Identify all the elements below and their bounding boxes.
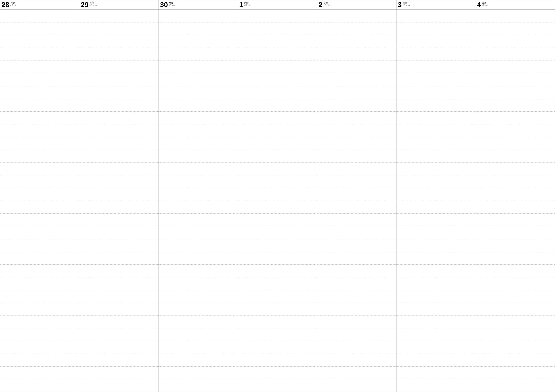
time-line[interactable] (80, 175, 159, 188)
time-line[interactable] (80, 226, 159, 239)
time-line[interactable] (476, 354, 555, 367)
time-line[interactable] (80, 328, 159, 341)
time-line[interactable] (238, 354, 317, 367)
time-line[interactable] (159, 201, 238, 214)
time-line[interactable] (317, 290, 396, 303)
time-line[interactable] (396, 22, 475, 35)
time-line[interactable] (476, 112, 555, 124)
time-line[interactable] (396, 379, 475, 392)
time-line[interactable] (0, 328, 79, 341)
time-line[interactable] (159, 379, 238, 392)
time-line[interactable] (238, 328, 317, 341)
time-line[interactable] (159, 226, 238, 239)
time-line[interactable] (159, 163, 238, 175)
time-line[interactable] (0, 150, 79, 163)
time-line[interactable] (317, 163, 396, 175)
time-line[interactable] (317, 61, 396, 73)
time-line[interactable] (80, 303, 159, 316)
time-line[interactable] (317, 175, 396, 188)
time-line[interactable] (238, 379, 317, 392)
time-line[interactable] (317, 379, 396, 392)
time-line[interactable] (238, 112, 317, 124)
time-line[interactable] (396, 226, 475, 239)
time-line[interactable] (476, 341, 555, 354)
time-line[interactable] (80, 86, 159, 99)
time-line[interactable] (238, 10, 317, 22)
time-line[interactable] (317, 214, 396, 226)
time-line[interactable] (159, 61, 238, 73)
time-line[interactable] (0, 10, 79, 22)
time-line[interactable] (238, 303, 317, 316)
time-line[interactable] (476, 277, 555, 290)
time-line[interactable] (80, 137, 159, 150)
time-line[interactable] (0, 22, 79, 35)
time-line[interactable] (80, 290, 159, 303)
time-line[interactable] (0, 35, 79, 48)
time-line[interactable] (159, 354, 238, 367)
time-line[interactable] (159, 150, 238, 163)
time-line[interactable] (317, 341, 396, 354)
time-line[interactable] (317, 226, 396, 239)
time-line[interactable] (317, 239, 396, 252)
time-line[interactable] (0, 290, 79, 303)
day-body[interactable] (317, 10, 396, 392)
time-line[interactable] (396, 163, 475, 175)
time-line[interactable] (159, 367, 238, 379)
time-line[interactable] (317, 277, 396, 290)
time-line[interactable] (80, 341, 159, 354)
time-line[interactable] (0, 73, 79, 86)
time-line[interactable] (0, 367, 79, 379)
time-line[interactable] (80, 315, 159, 328)
time-line[interactable] (159, 188, 238, 201)
time-line[interactable] (396, 188, 475, 201)
time-line[interactable] (317, 354, 396, 367)
time-line[interactable] (80, 73, 159, 86)
time-line[interactable] (396, 35, 475, 48)
time-line[interactable] (80, 201, 159, 214)
time-line[interactable] (396, 99, 475, 112)
time-line[interactable] (159, 137, 238, 150)
time-line[interactable] (396, 354, 475, 367)
day-body[interactable] (476, 10, 555, 392)
time-line[interactable] (0, 124, 79, 137)
time-line[interactable] (80, 379, 159, 392)
time-line[interactable] (476, 73, 555, 86)
time-line[interactable] (0, 61, 79, 73)
time-line[interactable] (0, 201, 79, 214)
time-line[interactable] (476, 303, 555, 316)
time-line[interactable] (317, 315, 396, 328)
time-line[interactable] (476, 328, 555, 341)
time-line[interactable] (396, 86, 475, 99)
time-line[interactable] (396, 112, 475, 124)
time-line[interactable] (317, 48, 396, 61)
day-body[interactable] (80, 10, 159, 392)
time-line[interactable] (476, 35, 555, 48)
time-line[interactable] (0, 303, 79, 316)
time-line[interactable] (80, 214, 159, 226)
time-line[interactable] (476, 86, 555, 99)
time-line[interactable] (238, 150, 317, 163)
time-line[interactable] (238, 99, 317, 112)
time-line[interactable] (238, 341, 317, 354)
time-line[interactable] (476, 214, 555, 226)
time-line[interactable] (317, 10, 396, 22)
time-line[interactable] (476, 239, 555, 252)
time-line[interactable] (159, 277, 238, 290)
time-line[interactable] (0, 175, 79, 188)
time-line[interactable] (317, 367, 396, 379)
time-line[interactable] (317, 252, 396, 265)
time-line[interactable] (317, 124, 396, 137)
time-line[interactable] (396, 73, 475, 86)
time-line[interactable] (396, 214, 475, 226)
time-line[interactable] (476, 150, 555, 163)
time-line[interactable] (238, 265, 317, 278)
time-line[interactable] (238, 252, 317, 265)
time-line[interactable] (0, 48, 79, 61)
time-line[interactable] (238, 201, 317, 214)
time-line[interactable] (159, 48, 238, 61)
time-line[interactable] (317, 188, 396, 201)
time-line[interactable] (80, 61, 159, 73)
time-line[interactable] (476, 265, 555, 278)
time-line[interactable] (159, 315, 238, 328)
time-line[interactable] (238, 73, 317, 86)
